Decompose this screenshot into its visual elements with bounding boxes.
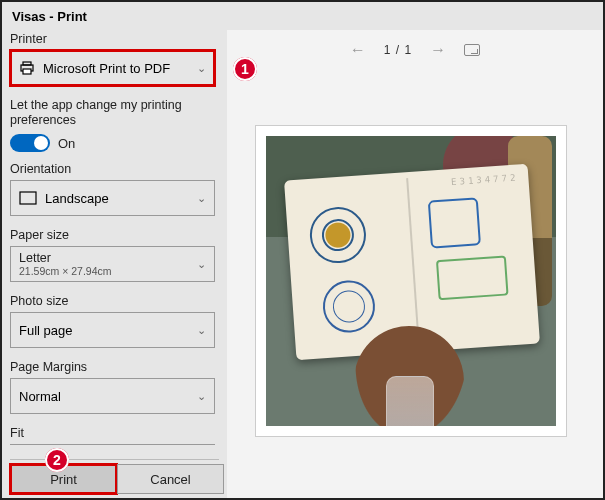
paper-select[interactable]: Letter 21.59cm × 27.94cm ⌄ <box>10 246 215 282</box>
margins-select[interactable]: Normal ⌄ <box>10 378 215 414</box>
margins-value: Normal <box>19 389 61 404</box>
window-title: Visas - Print <box>12 9 87 24</box>
stamp-mauritius <box>428 197 481 248</box>
annotation-callout-1: 1 <box>233 57 257 81</box>
annotation-callout-2: 2 <box>45 448 69 472</box>
landscape-icon <box>19 191 37 205</box>
photosize-label: Photo size <box>10 294 219 308</box>
print-dialog-window: Visas - Print Printer Microsoft Print to… <box>2 2 603 498</box>
page-sheet: E3134772 <box>256 126 566 436</box>
printer-value: Microsoft Print to PDF <box>43 61 170 76</box>
pref-toggle-row: On <box>10 134 219 152</box>
paper-section: Paper size Letter 21.59cm × 27.94cm ⌄ <box>10 228 219 282</box>
paper-label: Paper size <box>10 228 219 242</box>
svg-rect-1 <box>23 62 31 65</box>
prev-page-button[interactable]: ← <box>350 41 366 59</box>
photosize-select[interactable]: Full page ⌄ <box>10 312 215 348</box>
stamp-guinee <box>436 255 509 300</box>
photosize-value: Full page <box>19 323 72 338</box>
pref-text: Let the app change my printing preferenc… <box>10 98 219 128</box>
svg-rect-3 <box>20 192 36 204</box>
pref-toggle-label: On <box>58 136 75 151</box>
photo-preview: E3134772 <box>266 136 556 426</box>
fit-label: Fit <box>10 426 219 440</box>
preview-toolbar: ← 1 / 1 → <box>227 30 603 70</box>
chevron-down-icon: ⌄ <box>197 390 206 403</box>
svg-rect-2 <box>23 69 31 74</box>
margins-section: Page Margins Normal ⌄ <box>10 360 219 414</box>
bottle <box>386 376 434 426</box>
paper-sub: 21.59cm × 27.94cm <box>19 265 112 277</box>
next-page-button[interactable]: → <box>430 41 446 59</box>
pref-toggle[interactable] <box>10 134 50 152</box>
chevron-down-icon: ⌄ <box>197 62 206 75</box>
chevron-down-icon: ⌄ <box>197 258 206 271</box>
orientation-section: Orientation Landscape ⌄ <box>10 162 219 216</box>
content-area: Printer Microsoft Print to PDF ⌄ Let the… <box>2 30 603 498</box>
preview-pane: ← 1 / 1 → E3134772 <box>227 30 603 498</box>
printer-icon <box>19 60 35 76</box>
photosize-section: Photo size Full page ⌄ <box>10 294 219 348</box>
stamp-namibia <box>308 205 368 265</box>
footer: Print Cancel <box>10 459 219 498</box>
orientation-value: Landscape <box>45 191 109 206</box>
orientation-label: Orientation <box>10 162 219 176</box>
fit-section: Fit <box>10 426 219 452</box>
preview-body: E3134772 <box>227 70 603 498</box>
margins-label: Page Margins <box>10 360 219 374</box>
sidebar: Printer Microsoft Print to PDF ⌄ Let the… <box>2 30 227 498</box>
fit-cutoff <box>10 444 215 452</box>
fullscreen-icon[interactable] <box>464 44 480 56</box>
chevron-down-icon: ⌄ <box>197 324 206 337</box>
page-indicator: 1 / 1 <box>384 43 412 57</box>
printer-select[interactable]: Microsoft Print to PDF ⌄ <box>10 50 215 86</box>
cancel-button[interactable]: Cancel <box>117 464 224 494</box>
printer-label: Printer <box>10 32 219 46</box>
printer-section: Printer Microsoft Print to PDF ⌄ <box>10 32 219 86</box>
stamp-zimbabwe <box>321 279 377 335</box>
titlebar: Visas - Print <box>2 2 603 30</box>
orientation-select[interactable]: Landscape ⌄ <box>10 180 215 216</box>
chevron-down-icon: ⌄ <box>197 192 206 205</box>
paper-value: Letter <box>19 251 51 265</box>
